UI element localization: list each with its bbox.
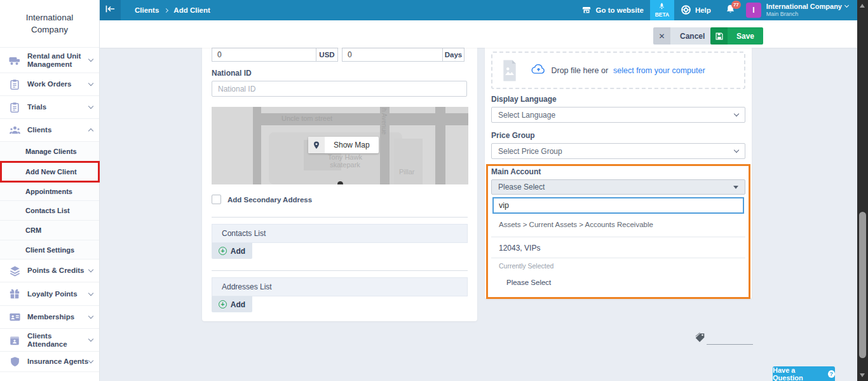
page-scrollbar[interactable] [857, 0, 868, 381]
secondary-address-label: Add Secondary Address [227, 196, 312, 204]
company-logo[interactable]: International Company [0, 0, 99, 48]
account-option-vips[interactable]: 12043, VIPs [491, 239, 745, 258]
current-selection-option[interactable]: Please Select [506, 279, 551, 286]
sidebar-item-appointments[interactable]: Appointments [0, 182, 99, 201]
amount-input[interactable] [212, 48, 316, 62]
top-header: Clients Add Client Go to website BETA He… [100, 0, 857, 20]
breadcrumb-clients[interactable]: Clients [135, 6, 159, 14]
sidebar-item-label: Loyalty Points [27, 290, 89, 298]
cancel-label: Cancel [670, 27, 714, 45]
select-from-computer-link[interactable]: select from your computer [613, 66, 705, 75]
cart-icon [8, 53, 22, 67]
people-icon [8, 123, 22, 137]
scrollbar-thumb[interactable] [859, 212, 866, 358]
account-group-option[interactable]: Assets > Current Assets > Accounts Recei… [499, 221, 653, 228]
clipboard-icon [8, 78, 22, 92]
sidebar-item-memberships[interactable]: Memberships [0, 306, 99, 329]
sidebar-item-work-orders[interactable]: Work Orders [0, 73, 99, 96]
have-question-label: Have a Question [773, 366, 825, 381]
sub-item-label: Manage Clients [25, 148, 77, 155]
sidebar-item-rental-unit-management[interactable]: Rental and Unit Management [0, 48, 99, 73]
sidebar-item-insurance-agents[interactable]: Insurance Agents [0, 352, 99, 372]
map-building [394, 139, 423, 184]
company-menu[interactable]: International Company Main Branch [766, 3, 848, 18]
main-account-select[interactable]: Please Select [491, 179, 745, 195]
display-language-select[interactable]: Select Language [491, 107, 745, 123]
sidebar-item-contacts-list[interactable]: Contacts List [0, 201, 99, 221]
chevron-down-icon [88, 267, 93, 272]
logo-line2: Company [31, 25, 68, 34]
days-input[interactable] [342, 48, 442, 62]
display-language-value: Select Language [498, 111, 555, 120]
price-group-select[interactable]: Select Price Group [491, 143, 745, 159]
sidebar-item-clients-attendance[interactable]: Clients Attendance [0, 329, 99, 352]
price-group-label: Price Group [491, 131, 535, 140]
chevron-down-icon [844, 3, 849, 8]
go-to-website-button[interactable]: Go to website [575, 0, 649, 20]
sidebar-collapse-button[interactable] [100, 0, 121, 20]
logo-line1: International [26, 13, 73, 22]
sidebar-item-manage-clients[interactable]: Manage Clients [0, 142, 99, 162]
map-widget[interactable]: Uncle tom street h Avenue Tony Hawkskate… [212, 107, 468, 184]
map-street-label: Uncle tom street [281, 114, 332, 122]
beta-button[interactable]: BETA [650, 0, 674, 20]
question-circle-icon: ? [828, 370, 835, 378]
scroll-down-arrow[interactable] [860, 373, 865, 377]
sidebar-item-clients[interactable]: Clients [0, 119, 99, 142]
cancel-button[interactable]: ✕ Cancel [653, 27, 714, 45]
dropdown-arrow-icon [733, 186, 738, 189]
layers-icon [8, 264, 22, 278]
tags-icon [695, 332, 705, 345]
sidebar-item-trials[interactable]: Trials [0, 96, 99, 119]
drop-file-text: Drop file here or [551, 66, 608, 75]
notification-badge: 77 [731, 1, 741, 9]
sidebar-item-label: Work Orders [27, 80, 89, 88]
sidebar-item-points-credits[interactable]: Points & Credits [0, 260, 99, 282]
header-actions: Go to website BETA Help 77 I Internation… [575, 0, 857, 20]
sub-item-label: Client Settings [25, 246, 74, 254]
secondary-address-checkbox[interactable] [212, 195, 221, 204]
days-unit-addon: Days [442, 48, 465, 62]
chevron-down-icon [88, 81, 93, 86]
have-question-button[interactable]: Have a Question ? [773, 366, 835, 381]
sidebar-item-label: Memberships [27, 313, 89, 321]
secondary-address-checkbox-row[interactable]: Add Secondary Address [212, 195, 312, 204]
add-address-button[interactable]: + Add [212, 296, 252, 312]
map-avenue-label: h Avenue [381, 108, 388, 135]
sidebar-item-crm[interactable]: CRM [0, 221, 99, 240]
sidebar-item-client-settings[interactable]: Client Settings [0, 240, 99, 260]
sidebar-item-label: Clients Attendance [27, 332, 89, 349]
map-pillar-label: Pillar [399, 168, 414, 176]
chevron-down-icon [88, 358, 93, 363]
drop-instructions: Drop file here or select from your compu… [492, 53, 744, 88]
notifications-button[interactable]: 77 [717, 0, 743, 20]
sidebar-item-loyalty-points[interactable]: Loyalty Points [0, 282, 99, 306]
tags-input[interactable] [707, 344, 753, 345]
map-pin-icon [308, 137, 325, 153]
currently-selected-label: Currently Selected [499, 262, 553, 270]
add-contact-button[interactable]: + Add [212, 243, 252, 259]
divider [212, 270, 468, 271]
close-icon: ✕ [653, 27, 670, 45]
plus-circle-icon: + [219, 247, 227, 255]
scroll-up-arrow[interactable] [860, 4, 865, 8]
chevron-down-icon [88, 104, 93, 109]
save-button[interactable]: Save [710, 27, 763, 45]
show-map-button[interactable]: Show Map [308, 137, 379, 153]
account-search-input[interactable] [492, 197, 744, 214]
sidebar-item-label: Clients [27, 126, 89, 134]
avatar[interactable]: I [746, 3, 761, 18]
national-id-input[interactable] [212, 81, 467, 97]
chevron-down-icon [88, 314, 93, 319]
sidebar-item-add-new-client[interactable]: Add New Client [0, 162, 99, 182]
calendar-person-icon [8, 333, 22, 347]
company-name-label: International Company [766, 3, 842, 10]
map-marker [337, 181, 343, 184]
file-drop-area[interactable]: Drop file here or select from your compu… [491, 52, 745, 89]
help-button[interactable]: Help [674, 0, 717, 20]
add-contact-label: Add [231, 247, 245, 256]
sub-item-label: Appointments [25, 188, 72, 195]
store-icon [581, 5, 592, 16]
add-address-label: Add [231, 300, 245, 309]
divider [491, 237, 745, 237]
